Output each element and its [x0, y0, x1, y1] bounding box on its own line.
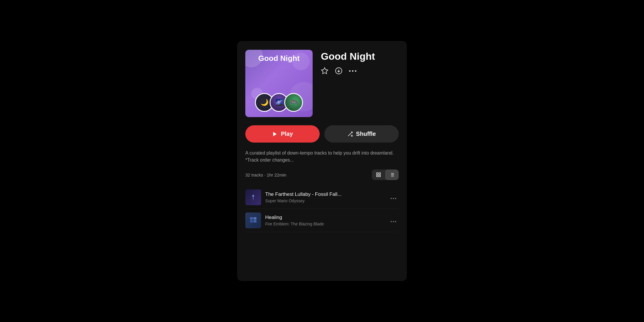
track-circle-3 [284, 93, 303, 112]
download-button[interactable] [335, 67, 342, 75]
svg-point-5 [355, 70, 357, 72]
playback-buttons: Play Shuffle [245, 125, 399, 143]
svg-rect-25 [250, 217, 253, 220]
list-item: The Farthest Lullaby - Fossil Fall... Su… [245, 186, 399, 209]
svg-rect-9 [376, 173, 378, 174]
artwork-circles [255, 93, 303, 112]
app-container: Good Night Good Night [237, 41, 407, 281]
more-options-button[interactable] [349, 70, 357, 72]
playlist-info: Good Night [321, 50, 399, 75]
svg-rect-12 [379, 175, 381, 177]
view-toggle [372, 169, 399, 180]
track-art-2 [249, 216, 258, 225]
shuffle-icon [347, 131, 353, 137]
artwork-title: Good Night [258, 54, 300, 63]
svg-marker-0 [321, 68, 328, 74]
track-name-1: The Farthest Lullaby - Fossil Fall... [265, 191, 384, 197]
playlist-title: Good Night [321, 51, 399, 62]
svg-point-31 [395, 221, 396, 222]
track-artist-2: Fire Emblem: The Blazing Blade [265, 222, 384, 226]
svg-rect-26 [250, 220, 253, 222]
track-list: The Farthest Lullaby - Fossil Fall... Su… [245, 186, 399, 232]
favorite-button[interactable] [321, 67, 328, 75]
header-section: Good Night Good Night [245, 50, 399, 117]
svg-rect-10 [379, 173, 381, 174]
shuffle-button[interactable]: Shuffle [324, 125, 399, 143]
grid-view-button[interactable] [372, 169, 385, 180]
list-icon [389, 172, 395, 177]
play-button[interactable]: Play [245, 125, 320, 143]
playlist-artwork: Good Night [245, 50, 313, 117]
grid-icon [376, 172, 381, 177]
more-dots-icon-2 [390, 221, 396, 222]
track-artist-1: Super Mario Odyssey [265, 198, 384, 203]
download-icon [335, 67, 342, 75]
action-icons [321, 67, 399, 75]
svg-point-4 [352, 70, 354, 72]
track-more-button-1[interactable] [388, 193, 399, 202]
track-thumbnail-2 [245, 213, 261, 228]
track-more-button-2[interactable] [388, 216, 399, 225]
svg-point-21 [251, 199, 255, 201]
track-art-1 [249, 193, 258, 202]
svg-point-29 [391, 221, 392, 222]
svg-point-24 [395, 198, 396, 199]
svg-rect-11 [376, 175, 378, 177]
svg-rect-28 [254, 220, 256, 222]
svg-rect-27 [254, 217, 256, 220]
svg-point-3 [349, 70, 351, 72]
track-info-2: Healing Fire Emblem: The Blazing Blade [265, 215, 384, 226]
track-info-1: The Farthest Lullaby - Fossil Fall... Su… [265, 191, 384, 203]
track-thumbnail-1 [245, 189, 261, 205]
track-meta: 32 tracks · 1hr 22min [245, 169, 399, 180]
svg-marker-6 [273, 132, 277, 136]
list-view-button[interactable] [385, 169, 399, 180]
svg-point-22 [391, 198, 392, 199]
svg-point-30 [393, 221, 394, 222]
shuffle-label: Shuffle [356, 131, 376, 137]
play-label: Play [281, 131, 293, 137]
play-icon [272, 131, 278, 137]
star-icon [321, 67, 328, 75]
playlist-description: A curated playlist of down-tempo tracks … [245, 150, 399, 164]
svg-point-23 [393, 198, 394, 199]
more-icon [349, 70, 357, 72]
more-dots-icon-1 [390, 198, 396, 199]
track-name-2: Healing [265, 215, 384, 220]
list-item: Healing Fire Emblem: The Blazing Blade [245, 209, 399, 232]
svg-rect-20 [253, 196, 254, 200]
track-count: 32 tracks · 1hr 22min [245, 172, 286, 177]
